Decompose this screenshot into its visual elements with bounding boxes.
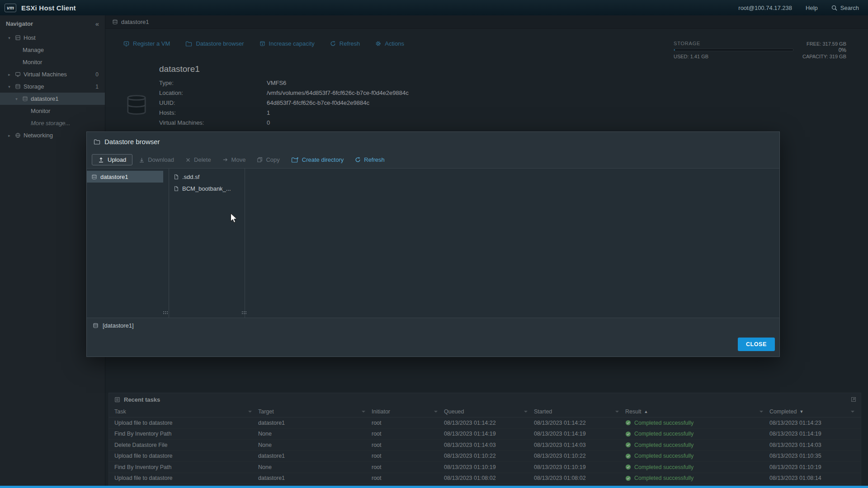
folder-icon (94, 139, 100, 145)
app-title: ESXi Host Client (21, 4, 76, 12)
file-item-sdd-sf[interactable]: .sdd.sf (169, 171, 245, 183)
file-column: .sdd.sf BCM_bootbank_... (169, 169, 245, 318)
copy-icon (257, 157, 263, 163)
button-label: Move (231, 156, 246, 163)
modal-refresh-button[interactable]: Refresh (350, 155, 390, 165)
bottom-accent-bar (0, 486, 868, 488)
search-icon (831, 5, 837, 11)
datastore-icon (91, 174, 97, 180)
item-label: datastore1 (100, 174, 128, 180)
button-label: Create directory (302, 156, 344, 163)
upload-button[interactable]: Upload (92, 154, 132, 165)
move-button[interactable]: Move (217, 155, 251, 165)
download-button[interactable]: Download (134, 155, 179, 165)
column-resize-handle[interactable] (163, 311, 169, 315)
search-control[interactable]: Search (831, 5, 859, 11)
delete-button[interactable]: Delete (180, 155, 216, 165)
file-item-bcm-bootbank[interactable]: BCM_bootbank_... (169, 183, 245, 194)
dialog-title: Datastore browser (104, 138, 160, 145)
datastore-icon (93, 323, 99, 328)
dialog-toolbar: Upload Download Delete Move Copy Create … (87, 151, 779, 168)
selected-path-label: [datastore1] (103, 322, 134, 329)
close-button[interactable]: CLOSE (738, 338, 775, 351)
create-directory-button[interactable]: Create directory (286, 155, 349, 165)
button-label: Download (148, 156, 174, 163)
dialog-title-bar: Datastore browser (87, 132, 779, 151)
copy-button[interactable]: Copy (252, 155, 284, 165)
vmware-logo: vm (5, 4, 16, 12)
create-directory-icon (291, 157, 299, 163)
datastore-column: datastore1 (87, 169, 169, 318)
empty-column (245, 169, 779, 318)
datastore-root-item[interactable]: datastore1 (87, 171, 163, 183)
dialog-status-bar: [datastore1] (87, 318, 779, 333)
dialog-footer: CLOSE (87, 333, 779, 357)
top-bar: vm ESXi Host Client root@100.74.17.238 H… (0, 0, 868, 15)
column-resize-handle[interactable] (242, 311, 247, 315)
file-icon (174, 174, 179, 180)
item-label: BCM_bootbank_... (182, 185, 231, 192)
upload-icon (98, 157, 104, 163)
button-label: Delete (194, 156, 211, 163)
esxi-host-client-screen: vm ESXi Host Client root@100.74.17.238 H… (0, 0, 868, 488)
button-label: Refresh (364, 156, 385, 163)
refresh-icon (355, 157, 361, 163)
datastore-browser-dialog: Datastore browser Upload Download Delete… (86, 131, 780, 357)
button-label: Upload (108, 156, 126, 163)
button-label: Copy (266, 156, 279, 163)
user-menu[interactable]: root@100.74.17.238 (738, 5, 792, 11)
topbar-right: root@100.74.17.238 Help Search (738, 5, 859, 11)
search-label: Search (840, 5, 859, 11)
file-browser: datastore1 .sdd.sf BCM_bootbank_... (87, 168, 779, 318)
file-icon (174, 186, 179, 192)
move-icon (222, 157, 228, 163)
help-menu[interactable]: Help (806, 5, 818, 11)
item-label: .sdd.sf (182, 174, 199, 180)
download-icon (139, 157, 145, 163)
delete-icon (185, 157, 191, 163)
